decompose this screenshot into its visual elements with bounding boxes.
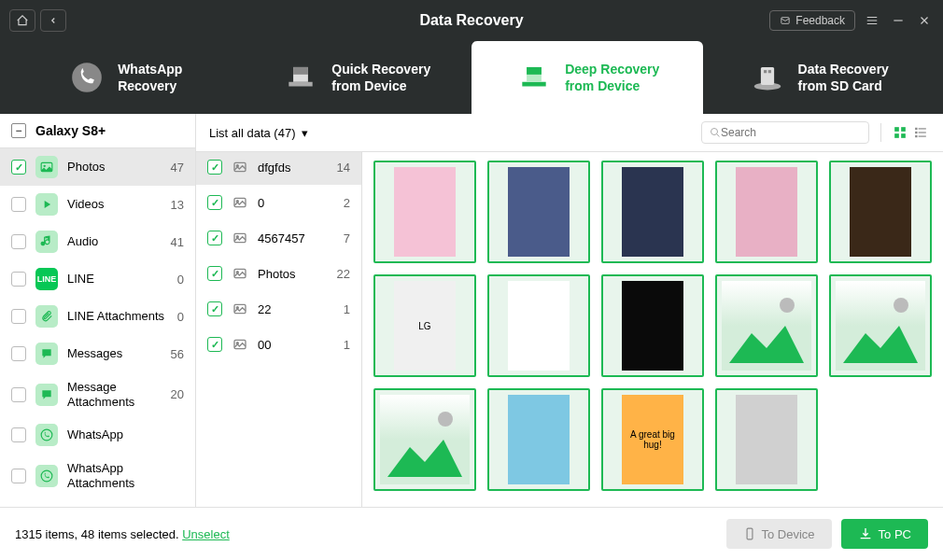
category-icon <box>35 193 58 216</box>
grid-icon <box>894 126 907 139</box>
folder-item[interactable]: 4567457 7 <box>196 220 361 256</box>
category-item[interactable]: LINE Attachments 0 <box>0 298 195 335</box>
tab-whatsapp[interactable]: WhatsAppRecovery <box>9 41 241 114</box>
category-checkbox[interactable] <box>11 469 26 483</box>
folder-count: 1 <box>344 338 350 352</box>
back-button[interactable] <box>40 9 66 32</box>
svg-rect-9 <box>760 67 773 85</box>
thumbnail[interactable] <box>487 388 590 491</box>
category-checkbox[interactable] <box>11 346 26 361</box>
svg-rect-39 <box>915 135 917 137</box>
to-device-button[interactable]: To Device <box>726 519 832 549</box>
category-count: 20 <box>171 387 184 401</box>
folder-name: dfgfds <box>258 161 328 175</box>
thumbnail[interactable] <box>601 274 704 377</box>
feedback-label: Feedback <box>795 14 845 27</box>
svg-rect-34 <box>901 133 906 138</box>
category-item[interactable]: Message Attachments 20 <box>0 372 195 416</box>
category-checkbox[interactable] <box>11 234 26 249</box>
category-checkbox[interactable] <box>11 387 26 402</box>
svg-rect-7 <box>527 67 542 75</box>
folder-item[interactable]: 22 1 <box>196 291 361 327</box>
minimize-icon <box>892 14 905 27</box>
search-input[interactable] <box>721 126 861 139</box>
image-icon <box>232 265 248 282</box>
folder-item[interactable]: 0 2 <box>196 185 361 220</box>
thumbnail[interactable] <box>373 388 476 491</box>
home-button[interactable] <box>9 9 35 32</box>
category-checkbox[interactable] <box>11 160 26 175</box>
close-icon <box>918 14 931 27</box>
folder-checkbox[interactable] <box>207 266 222 281</box>
list-view-button[interactable] <box>911 123 930 142</box>
category-item[interactable]: Videos 13 <box>0 186 195 223</box>
svg-rect-33 <box>894 133 899 138</box>
search-box[interactable] <box>701 121 869 144</box>
unselect-link[interactable]: Unselect <box>182 527 230 541</box>
minimize-button[interactable] <box>889 11 908 30</box>
category-name: LINE <box>67 272 168 287</box>
folder-name: 00 <box>258 338 334 352</box>
folder-checkbox[interactable] <box>207 160 222 175</box>
category-checkbox[interactable] <box>11 197 26 212</box>
search-icon <box>710 126 721 139</box>
close-button[interactable] <box>915 11 934 30</box>
folder-item[interactable]: dfgfds 14 <box>196 149 361 185</box>
thumbnail[interactable]: LG <box>373 274 476 377</box>
image-icon <box>232 230 248 246</box>
category-icon <box>35 424 58 446</box>
category-item[interactable]: Audio 41 <box>0 223 195 260</box>
placeholder-image <box>836 281 925 371</box>
feedback-button[interactable]: Feedback <box>769 10 855 31</box>
folder-item[interactable]: 00 1 <box>196 327 361 362</box>
category-item[interactable]: LINE LINE 0 <box>0 260 195 298</box>
thumbnail-image: A great big hug! <box>622 395 683 484</box>
category-checkbox[interactable] <box>11 272 26 287</box>
thumbnail[interactable] <box>829 161 932 263</box>
folder-checkbox[interactable] <box>207 231 222 245</box>
folder-checkbox[interactable] <box>207 301 222 316</box>
folder-name: Photos <box>258 267 328 281</box>
category-checkbox[interactable] <box>11 427 26 442</box>
window-title: Data Recovery <box>419 12 523 29</box>
category-name: WhatsApp <box>67 427 175 442</box>
folder-item[interactable]: Photos 22 <box>196 256 361 291</box>
svg-point-13 <box>44 165 46 167</box>
thumbnail[interactable] <box>829 274 932 377</box>
category-icon <box>35 465 58 487</box>
category-item[interactable]: WhatsApp <box>0 416 195 454</box>
thumbnail[interactable] <box>715 161 818 263</box>
menu-icon <box>866 14 879 27</box>
thumbnail[interactable] <box>487 161 590 263</box>
folder-count: 7 <box>344 231 350 245</box>
category-item[interactable]: WhatsApp Attachments <box>0 454 195 497</box>
svg-rect-36 <box>919 128 926 129</box>
to-pc-button[interactable]: To PC <box>841 519 928 549</box>
category-checkbox[interactable] <box>11 309 26 324</box>
category-item[interactable]: Messages 56 <box>0 335 195 372</box>
thumbnail[interactable] <box>487 274 590 377</box>
grid-view-button[interactable] <box>891 123 909 142</box>
thumbnail[interactable] <box>373 161 476 263</box>
category-name: Message Attachments <box>67 380 162 409</box>
thumbnail[interactable] <box>715 388 818 491</box>
device-collapse-toggle[interactable]: − <box>11 123 26 138</box>
thumbnail[interactable]: A great big hug! <box>601 388 704 491</box>
svg-rect-10 <box>764 70 767 73</box>
thumbnail-image <box>622 167 683 257</box>
thumbnail-image <box>736 167 796 257</box>
thumbnail[interactable] <box>715 274 818 377</box>
folder-name: 4567457 <box>258 231 334 245</box>
category-item[interactable]: Photos 47 <box>0 148 195 186</box>
category-count: 41 <box>171 235 184 249</box>
tab-quick-recovery[interactable]: Quick Recoveryfrom Device <box>241 41 472 114</box>
tab-deep-recovery[interactable]: Deep Recoveryfrom Device <box>472 41 703 114</box>
folder-count: 1 <box>344 302 350 316</box>
thumbnail[interactable] <box>601 161 704 263</box>
menu-button[interactable] <box>863 11 881 30</box>
category-count: 56 <box>171 347 184 361</box>
folder-checkbox[interactable] <box>207 337 222 352</box>
tab-label: WhatsAppRecovery <box>118 61 182 94</box>
tab-data-recovery[interactable]: Data Recoveryfrom SD Card <box>703 41 935 114</box>
folder-checkbox[interactable] <box>207 195 222 210</box>
